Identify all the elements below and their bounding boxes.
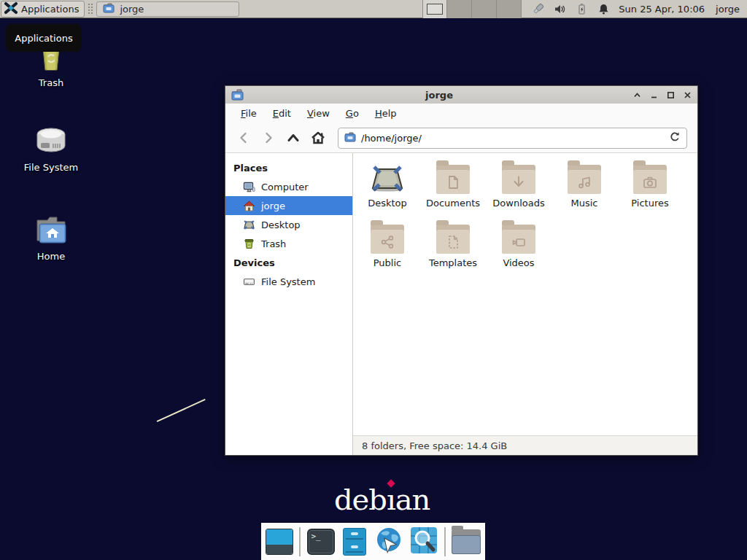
trash-icon xyxy=(243,238,255,250)
dock: >_ xyxy=(261,523,485,560)
sidebar-item-file-system[interactable]: File System xyxy=(225,272,352,291)
workspace-3[interactable] xyxy=(472,0,497,18)
maximize-button[interactable] xyxy=(666,90,675,99)
globe-icon xyxy=(374,526,403,557)
menu-go[interactable]: Go xyxy=(338,105,367,122)
applications-menu-button[interactable]: Applications xyxy=(1,1,85,18)
app-finder-launcher[interactable] xyxy=(409,527,438,556)
folder-icon xyxy=(436,225,470,254)
statusbar: 8 folders, Free space: 14.4 GiB xyxy=(353,435,697,455)
panel-drag-handle[interactable] xyxy=(88,3,93,15)
sidebar-item-jorge[interactable]: jorge xyxy=(225,196,352,215)
folder-launcher[interactable] xyxy=(452,527,481,556)
sidebar-item-label: Computer xyxy=(261,182,309,192)
sidebar-item-computer[interactable]: Computer xyxy=(225,177,352,196)
shade-button[interactable] xyxy=(632,90,641,99)
share-emblem-icon xyxy=(379,234,395,250)
file-item-pictures[interactable]: Pictures xyxy=(617,160,683,209)
close-button[interactable] xyxy=(683,90,692,99)
debian-letter-i: ı xyxy=(387,483,395,516)
sidebar: Places Computer xyxy=(225,153,353,455)
file-item-documents[interactable]: Documents xyxy=(420,160,486,209)
desktop-icon-label: Trash xyxy=(16,77,86,88)
dock-separator xyxy=(444,527,446,556)
removable-media-icon[interactable] xyxy=(532,3,544,15)
file-cabinet-icon xyxy=(343,528,366,556)
window-titlebar[interactable]: jorge xyxy=(225,86,697,104)
workspace-window-thumb xyxy=(427,4,443,15)
menubar: File Edit View Go Help xyxy=(225,104,697,123)
wallpaper-diagonal-line xyxy=(157,399,206,422)
file-label: Documents xyxy=(420,198,486,209)
workspace-switcher xyxy=(422,0,522,18)
terminal-launcher[interactable]: >_ xyxy=(306,527,334,556)
files-grid: Desktop Documents xyxy=(355,160,697,268)
back-button[interactable] xyxy=(233,128,255,148)
dock-separator xyxy=(299,527,301,556)
hard-drive-icon xyxy=(16,122,86,156)
menu-view[interactable]: View xyxy=(299,105,338,122)
sidebar-item-label: File System xyxy=(261,276,315,287)
window-folder-icon xyxy=(231,89,246,101)
file-label: Desktop xyxy=(355,198,420,209)
file-item-downloads[interactable]: Downloads xyxy=(486,160,551,209)
minimize-button[interactable] xyxy=(649,90,658,99)
path-text[interactable]: /home/jorge/ xyxy=(361,133,664,144)
file-item-desktop[interactable]: Desktop xyxy=(355,160,420,209)
desktop-icon-label: File System xyxy=(16,162,86,173)
file-manager-launcher[interactable] xyxy=(341,527,368,556)
battery-icon[interactable] xyxy=(576,3,588,15)
forward-button[interactable] xyxy=(258,128,279,148)
menu-edit[interactable]: Edit xyxy=(265,105,299,122)
desktop-special-icon xyxy=(370,162,405,194)
volume-icon[interactable] xyxy=(554,3,566,15)
file-label: Music xyxy=(551,198,617,209)
web-browser-launcher[interactable] xyxy=(374,527,403,556)
desktop-icon-home[interactable]: Home xyxy=(16,211,86,262)
desktop-icon-file-system[interactable]: File System xyxy=(16,122,86,173)
show-desktop-button[interactable] xyxy=(266,527,293,556)
download-emblem-icon xyxy=(511,174,527,190)
window-controls xyxy=(632,90,692,99)
file-item-music[interactable]: Music xyxy=(551,160,617,209)
file-label: Public xyxy=(355,257,420,268)
toolbar: /home/jorge/ xyxy=(225,123,697,153)
file-manager-window: jorge File Edit View Go Help xyxy=(225,85,698,456)
folder-icon xyxy=(568,165,601,194)
menu-file[interactable]: File xyxy=(233,105,265,122)
applications-x-logo-icon xyxy=(4,1,18,17)
up-button[interactable] xyxy=(282,128,304,148)
file-item-templates[interactable]: Templates xyxy=(420,220,486,268)
computer-icon xyxy=(243,181,255,193)
file-label: Videos xyxy=(486,257,551,268)
files-area[interactable]: Desktop Documents xyxy=(353,153,697,435)
sidebar-item-label: Desktop xyxy=(261,219,301,230)
folder-icon xyxy=(436,165,470,194)
notifications-bell-icon[interactable] xyxy=(597,3,610,15)
panel-clock[interactable]: Sun 25 Apr, 10:06 xyxy=(619,4,705,15)
workspace-4[interactable] xyxy=(497,0,522,18)
reload-icon[interactable] xyxy=(669,131,681,145)
panel-user-menu[interactable]: jorge xyxy=(716,4,740,15)
location-bar[interactable]: /home/jorge/ xyxy=(338,128,687,149)
camera-emblem-icon xyxy=(642,174,658,190)
home-folder-icon xyxy=(16,211,86,245)
sidebar-item-trash[interactable]: Trash xyxy=(225,234,352,253)
top-panel: Applications jorge xyxy=(0,0,747,18)
taskbar-window-button[interactable]: jorge xyxy=(96,1,239,17)
file-item-public[interactable]: Public xyxy=(355,220,420,268)
home-icon xyxy=(243,200,255,212)
file-label: Pictures xyxy=(617,198,683,209)
menu-help[interactable]: Help xyxy=(367,105,405,122)
debian-text-post: an xyxy=(395,483,430,516)
applications-tooltip-text: Applications xyxy=(15,33,72,44)
app-finder-icon xyxy=(409,526,438,557)
workspace-1[interactable] xyxy=(422,0,447,18)
sidebar-item-desktop[interactable]: Desktop xyxy=(225,215,352,234)
drive-icon xyxy=(243,276,255,288)
file-item-videos[interactable]: Videos xyxy=(486,220,551,268)
folder-icon xyxy=(452,529,481,554)
workspace-2[interactable] xyxy=(447,0,472,18)
home-button[interactable] xyxy=(307,128,329,148)
folder-icon xyxy=(502,225,535,254)
